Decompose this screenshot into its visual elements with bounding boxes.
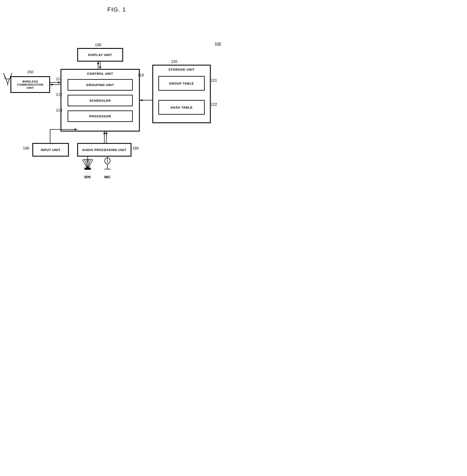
svg-line-1 xyxy=(8,73,12,83)
ref-120: 120 xyxy=(171,59,177,64)
svg-marker-16 xyxy=(99,66,101,69)
svg-line-0 xyxy=(3,73,8,83)
audio-processing-box: AUDIO PROCESSING UNIT xyxy=(77,143,131,157)
svg-marker-18 xyxy=(97,62,99,64)
antenna-icon xyxy=(2,71,13,86)
grouping-unit-box: GROUPING UNIT xyxy=(68,79,133,91)
svg-rect-10 xyxy=(85,168,91,170)
svg-marker-20 xyxy=(50,83,52,86)
storage-unit-box: STORAGE UNIT GROUP TABLE HASH TABLE xyxy=(152,65,211,123)
mic-label: MIC xyxy=(104,175,110,179)
mic-icon xyxy=(103,158,112,171)
ref-121: 121 xyxy=(211,78,217,83)
ref-111: 111 xyxy=(56,77,62,81)
spk-label: SPK xyxy=(84,175,91,179)
scheduler-box: SCHEDULER xyxy=(68,95,133,106)
svg-point-12 xyxy=(105,158,110,164)
ref-122: 122 xyxy=(211,102,217,107)
svg-marker-22 xyxy=(58,81,61,83)
svg-marker-29 xyxy=(103,132,105,134)
wireless-comm-box: WIRELESS COMMUNICATION UNIT xyxy=(11,76,50,93)
group-table-box: GROUP TABLE xyxy=(158,76,205,91)
ref-150: 150 xyxy=(27,70,33,74)
diagram: FIG. 1 100 DISPLAY UNIT 130 CONTROL UNIT… xyxy=(0,0,234,238)
control-unit-box: CONTROL UNIT GROUPING UNIT SCHEDULER PRO… xyxy=(61,69,140,132)
processor-box: PROCESSOR xyxy=(68,110,133,122)
ref-140: 140 xyxy=(23,146,29,150)
hash-table-box: HASH TABLE xyxy=(158,100,205,115)
ref-100: 100 xyxy=(215,42,221,46)
ref-110: 110 xyxy=(138,73,144,78)
figure-title: FIG. 1 xyxy=(107,6,126,13)
display-unit-box: DISPLAY UNIT xyxy=(77,48,123,62)
ref-130: 130 xyxy=(95,43,101,47)
speaker-icon xyxy=(80,159,95,171)
ref-160: 160 xyxy=(132,146,139,150)
input-unit-box: INPUT UNIT xyxy=(32,143,69,157)
ref-112: 112 xyxy=(56,93,62,97)
svg-marker-31 xyxy=(105,132,107,134)
ref-113: 113 xyxy=(56,108,62,113)
svg-marker-24 xyxy=(140,99,142,101)
